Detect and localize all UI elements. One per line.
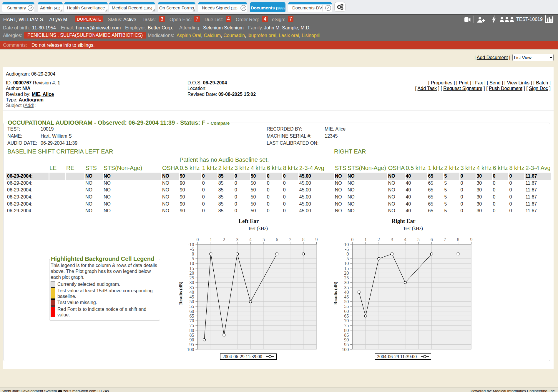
svg-text:1: 1 [364,237,367,242]
svg-text:2: 2 [223,237,225,242]
svg-text:0: 0 [192,251,194,256]
svg-text:3: 3 [236,237,238,242]
svg-text:9: 9 [470,237,472,242]
svg-text:10: 10 [190,261,194,266]
svg-text:55: 55 [344,304,349,309]
svg-text:70: 70 [190,318,194,323]
svg-text:4: 4 [249,237,252,242]
svg-text:70: 70 [344,318,349,323]
svg-text:45: 45 [190,294,194,299]
svg-text:15: 15 [344,266,349,271]
svg-text:25: 25 [190,275,194,280]
svg-text:20: 20 [344,271,349,276]
svg-text:Results (dB): Results (dB) [178,282,183,305]
svg-text:-5: -5 [345,247,349,252]
svg-text:65: 65 [344,313,349,318]
svg-text:65: 65 [190,313,194,318]
svg-text:60: 60 [190,309,194,314]
svg-text:Test (kHz): Test (kHz) [403,226,423,231]
svg-text:2: 2 [378,237,380,242]
svg-text:90: 90 [344,337,349,342]
svg-text:5: 5 [417,237,420,242]
svg-text:10: 10 [344,261,349,266]
svg-text:100: 100 [187,347,194,352]
svg-text:75: 75 [344,323,349,328]
svg-text:-5: -5 [190,247,194,252]
svg-text:55: 55 [190,304,194,309]
svg-text:20: 20 [190,271,194,276]
svg-text:25: 25 [344,275,349,280]
svg-text:5: 5 [346,256,349,261]
svg-text:0: 0 [351,237,353,242]
svg-text:80: 80 [344,328,349,333]
svg-text:Test (kHz): Test (kHz) [248,226,268,231]
svg-text:-10: -10 [188,242,194,247]
svg-text:40: 40 [190,290,194,295]
svg-text:35: 35 [190,285,194,290]
svg-text:1: 1 [210,237,212,242]
svg-text:3: 3 [391,237,393,242]
svg-text:Right Ear: Right Ear [392,218,416,224]
svg-text:35: 35 [344,285,349,290]
svg-text:15: 15 [190,266,194,271]
svg-text:8: 8 [457,237,459,242]
svg-text:6: 6 [431,237,433,242]
svg-text:-10: -10 [343,242,349,247]
svg-text:4: 4 [404,237,406,242]
svg-text:85: 85 [190,333,194,338]
svg-text:95: 95 [344,342,349,347]
svg-text:30: 30 [190,280,194,285]
svg-text:50: 50 [190,299,194,304]
svg-text:8: 8 [302,237,305,242]
svg-text:40: 40 [344,290,349,295]
svg-text:9: 9 [315,237,318,242]
svg-text:0: 0 [346,251,349,256]
svg-text:5: 5 [263,237,265,242]
svg-text:75: 75 [190,323,194,328]
svg-text:6: 6 [276,237,278,242]
svg-text:5: 5 [192,256,194,261]
svg-text:50: 50 [344,299,349,304]
svg-text:0: 0 [197,237,199,242]
svg-text:45: 45 [344,294,349,299]
svg-text:2004-06-29 11:39:00: 2004-06-29 11:39:00 [377,354,417,359]
svg-text:85: 85 [344,333,349,338]
svg-text:90: 90 [190,337,194,342]
svg-text:95: 95 [190,342,194,347]
svg-text:Results (dB): Results (dB) [333,282,338,305]
svg-text:80: 80 [190,328,194,333]
svg-text:100: 100 [342,347,349,352]
svg-text:7: 7 [289,237,291,242]
svg-text:7: 7 [444,237,446,242]
svg-text:2004-06-29 11:39:00: 2004-06-29 11:39:00 [222,354,262,359]
svg-text:30: 30 [344,280,349,285]
svg-text:60: 60 [344,309,349,314]
svg-text:Left Ear: Left Ear [238,218,259,224]
